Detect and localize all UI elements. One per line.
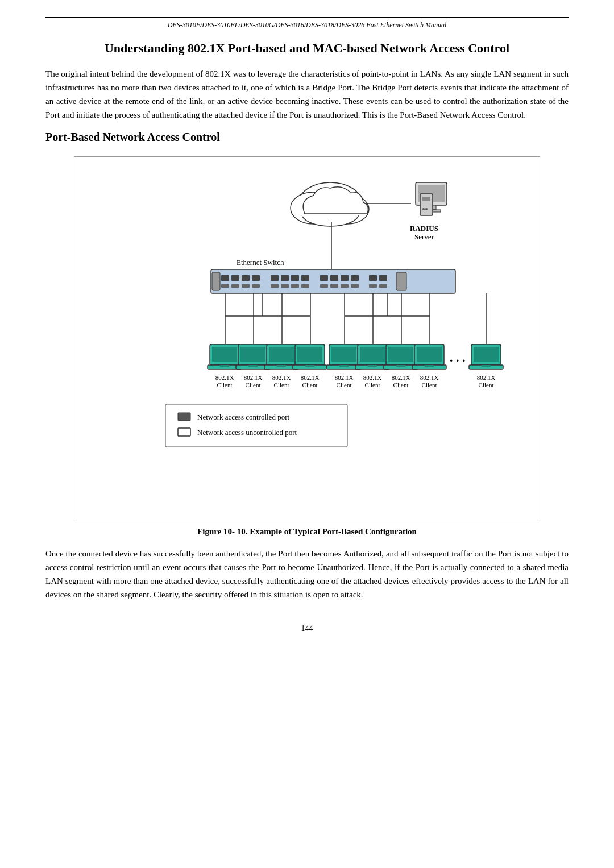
switch-port <box>271 284 279 288</box>
svg-rect-30 <box>305 365 314 367</box>
header-divider <box>45 17 569 18</box>
svg-rect-26 <box>277 365 286 367</box>
switch-port <box>351 284 359 288</box>
server-label: Server <box>414 232 434 241</box>
switch-port <box>320 284 328 288</box>
svg-rect-20 <box>240 347 265 362</box>
client-label: Client <box>217 381 233 388</box>
client-4 <box>293 344 327 369</box>
svg-rect-48 <box>474 347 499 362</box>
svg-rect-22 <box>248 365 258 367</box>
switch-port <box>242 275 250 281</box>
client-label: Client <box>337 381 352 388</box>
controlled-port-icon <box>178 413 190 421</box>
uncontrolled-port-icon <box>178 428 190 436</box>
svg-rect-38 <box>368 365 377 367</box>
switch-port <box>271 275 279 281</box>
svg-rect-40 <box>388 347 413 362</box>
switch-port <box>281 275 289 281</box>
client-label: 802.1X <box>215 374 234 381</box>
network-diagram: RADIUS Server Ethernet Switch <box>86 168 529 509</box>
client-label: 802.1X <box>477 374 496 381</box>
switch-port <box>320 275 328 281</box>
client-label: 802.1X <box>272 374 291 381</box>
switch-port <box>221 284 229 288</box>
client-label: Client <box>302 381 318 388</box>
switch-port <box>369 284 377 288</box>
switch-port <box>330 275 338 281</box>
controlled-label: Network access controlled port <box>197 413 289 421</box>
client-label: Client <box>365 381 380 388</box>
header-text: DES-3010F/DES-3010FL/DES-3010G/DES-3016/… <box>45 21 569 30</box>
switch-port <box>242 284 250 288</box>
svg-rect-16 <box>212 347 237 362</box>
diagram-container: RADIUS Server Ethernet Switch <box>74 156 540 521</box>
uncontrolled-label: Network access uncontrolled port <box>197 428 297 437</box>
switch-port <box>379 284 387 288</box>
svg-rect-28 <box>297 347 322 362</box>
client-9 <box>469 344 503 369</box>
switch-port <box>341 275 349 281</box>
client-8 <box>412 344 446 369</box>
radius-label: RADIUS <box>410 224 438 232</box>
svg-rect-34 <box>339 365 349 367</box>
main-title: Understanding 802.1X Port-based and MAC-… <box>45 40 569 57</box>
cloud-shape <box>291 182 369 226</box>
client-label: Client <box>393 381 409 388</box>
client-label: Client <box>274 381 289 388</box>
svg-rect-50 <box>482 365 491 367</box>
switch-port <box>301 284 309 288</box>
switch-port <box>252 275 260 281</box>
switch-port <box>341 284 349 288</box>
figure-caption: Figure 10- 10. Example of Typical Port-B… <box>45 527 569 537</box>
switch-end <box>396 272 406 290</box>
switch-port <box>301 275 309 281</box>
page-number: 144 <box>45 624 569 633</box>
client-label: Client <box>422 381 437 388</box>
radius-server <box>416 182 447 215</box>
switch-port <box>231 275 239 281</box>
svg-rect-44 <box>417 347 442 362</box>
switch-end <box>212 272 220 290</box>
switch-port <box>379 275 387 281</box>
switch-port <box>221 275 229 281</box>
svg-point-13 <box>422 208 425 210</box>
page: DES-3010F/DES-3010FL/DES-3010G/DES-3016/… <box>0 0 614 868</box>
switch-port <box>351 275 359 281</box>
switch-port <box>281 284 289 288</box>
legend-box <box>165 404 347 447</box>
client-label: 802.1X <box>335 374 354 381</box>
body-paragraph-2: Once the connected device has successful… <box>45 547 569 601</box>
svg-point-14 <box>425 208 428 210</box>
switch-port <box>330 284 338 288</box>
svg-rect-46 <box>425 365 434 367</box>
switch-port <box>252 284 260 288</box>
switch-port <box>231 284 239 288</box>
switch-port <box>369 275 377 281</box>
client-label: 802.1X <box>392 374 410 381</box>
client-label: 802.1X <box>420 374 439 381</box>
svg-rect-42 <box>396 365 405 367</box>
svg-rect-18 <box>220 365 229 367</box>
switch-port <box>291 284 299 288</box>
client-label: Client <box>246 381 261 388</box>
svg-rect-32 <box>331 347 356 362</box>
ellipsis: . . . <box>450 350 466 364</box>
section-title: Port-Based Network Access Control <box>45 131 569 144</box>
svg-rect-24 <box>269 347 294 362</box>
client-label: Client <box>479 381 494 388</box>
svg-rect-36 <box>360 347 385 362</box>
client-label: 802.1X <box>244 374 263 381</box>
svg-rect-12 <box>422 197 430 201</box>
switch-port <box>291 275 299 281</box>
intro-paragraph: The original intent behind the developme… <box>45 67 569 122</box>
client-label: 802.1X <box>301 374 320 381</box>
client-label: 802.1X <box>363 374 382 381</box>
switch-label: Ethernet Switch <box>237 258 284 267</box>
switch-box <box>211 269 455 293</box>
